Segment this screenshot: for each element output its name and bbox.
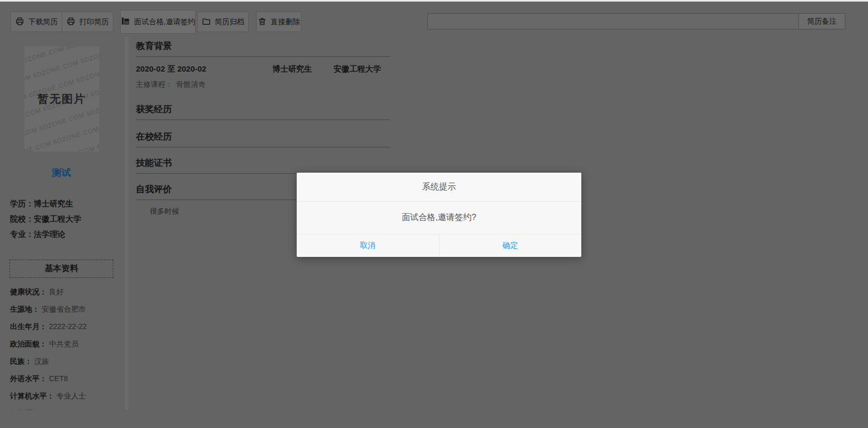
confirm-button[interactable]: 确定: [439, 234, 582, 257]
system-prompt-dialog: 系统提示 面试合格,邀请签约? 取消 确定: [297, 173, 581, 257]
resume-detail-page: 下载简历 打印简历 面试合格,邀请签约: [0, 0, 868, 428]
dialog-footer: 取消 确定: [297, 234, 581, 257]
cancel-button[interactable]: 取消: [297, 234, 439, 257]
dialog-message: 面试合格,邀请签约?: [297, 202, 581, 234]
top-edge-strip: [0, 0, 868, 2]
dialog-title: 系统提示: [297, 173, 581, 202]
